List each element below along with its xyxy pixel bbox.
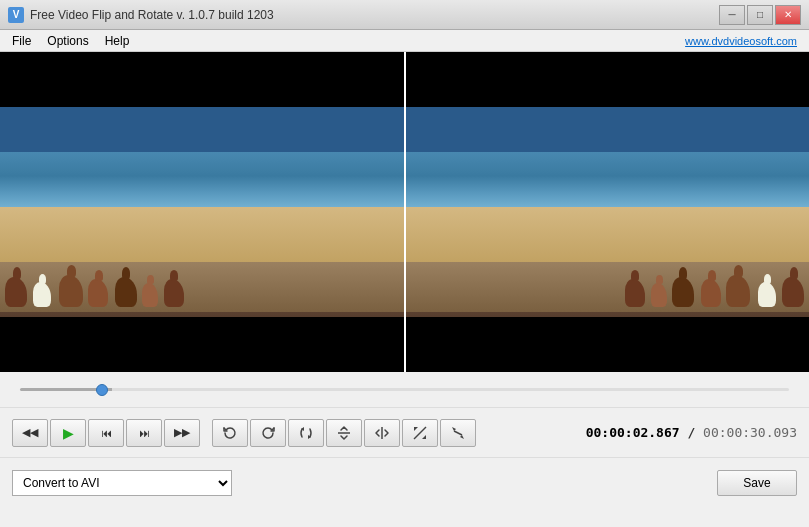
app-icon: V — [8, 7, 24, 23]
go-to-end-button[interactable]: ▶▶ — [164, 419, 200, 447]
expand-button[interactable] — [402, 419, 438, 447]
minimize-button[interactable]: ─ — [719, 5, 745, 25]
video-divider — [404, 52, 406, 372]
transform-controls — [212, 419, 476, 447]
svg-line-3 — [454, 431, 462, 435]
flip-horizontal-button[interactable] — [364, 419, 400, 447]
horse-r1 — [782, 277, 804, 307]
shrink-button[interactable] — [440, 419, 476, 447]
rotate-cw-icon — [260, 425, 276, 441]
title-bar: V Free Video Flip and Rotate v. 1.0.7 bu… — [0, 0, 809, 30]
horse-r-small — [651, 283, 667, 307]
menu-help[interactable]: Help — [97, 32, 138, 50]
flip-horizontal-icon — [374, 425, 390, 441]
close-button[interactable]: ✕ — [775, 5, 801, 25]
horses-left — [5, 227, 405, 307]
expand-icon — [412, 425, 428, 441]
progress-slider[interactable] — [20, 388, 789, 391]
total-time: 00:00:30.093 — [703, 425, 797, 440]
slider-area — [0, 372, 809, 407]
maximize-button[interactable]: □ — [747, 5, 773, 25]
horse-shape-small — [142, 283, 158, 307]
horses-right — [405, 227, 805, 307]
menu-options[interactable]: Options — [39, 32, 96, 50]
menu-bar: File Options Help www.dvdvideosoft.com — [0, 30, 809, 52]
flip-vertical-icon — [336, 425, 352, 441]
horse-r-dark — [672, 277, 694, 307]
video-visual — [0, 52, 809, 372]
horse-r-mid — [701, 279, 721, 307]
time-separator: / — [687, 425, 703, 440]
go-to-start-button[interactable]: ◀◀ — [12, 419, 48, 447]
rotate-cw-button[interactable] — [250, 419, 286, 447]
save-button[interactable]: Save — [717, 470, 797, 496]
horse-r-white — [758, 282, 776, 307]
window-controls: ─ □ ✕ — [719, 5, 801, 25]
horse-shape-br2 — [164, 279, 184, 307]
window-title: Free Video Flip and Rotate v. 1.0.7 buil… — [30, 8, 719, 22]
prev-frame-button[interactable]: ⏮ — [88, 419, 124, 447]
horse-shape-mid — [88, 279, 108, 307]
horse-shape-white — [33, 282, 51, 307]
flip-vertical-button[interactable] — [326, 419, 362, 447]
horse-shape-brown — [59, 275, 83, 307]
horse-shape-dark — [115, 277, 137, 307]
rotate-ccw-icon — [222, 425, 238, 441]
next-frame-button[interactable]: ⏭ — [126, 419, 162, 447]
time-display: 00:00:02.867 / 00:00:30.093 — [586, 425, 797, 440]
rotate-180-button[interactable] — [288, 419, 324, 447]
website-link[interactable]: www.dvdvideosoft.com — [685, 35, 805, 47]
horse-r-br2 — [625, 279, 645, 307]
horse-r-brown — [726, 275, 750, 307]
menu-file[interactable]: File — [4, 32, 39, 50]
transport-controls: ◀◀ ▶ ⏮ ⏭ ▶▶ — [12, 419, 200, 447]
app-icon-letter: V — [13, 9, 20, 20]
current-time: 00:00:02.867 — [586, 425, 680, 440]
controls-area: ◀◀ ▶ ⏮ ⏭ ▶▶ — [0, 407, 809, 457]
bottom-bar: Convert to AVI Convert to MP4 Convert to… — [0, 457, 809, 507]
rotate-ccw-button[interactable] — [212, 419, 248, 447]
video-preview — [0, 52, 809, 372]
horse-shape — [5, 277, 27, 307]
convert-format-dropdown[interactable]: Convert to AVI Convert to MP4 Convert to… — [12, 470, 232, 496]
play-button[interactable]: ▶ — [50, 419, 86, 447]
shrink-icon — [450, 425, 466, 441]
rotate-180-icon — [298, 425, 314, 441]
